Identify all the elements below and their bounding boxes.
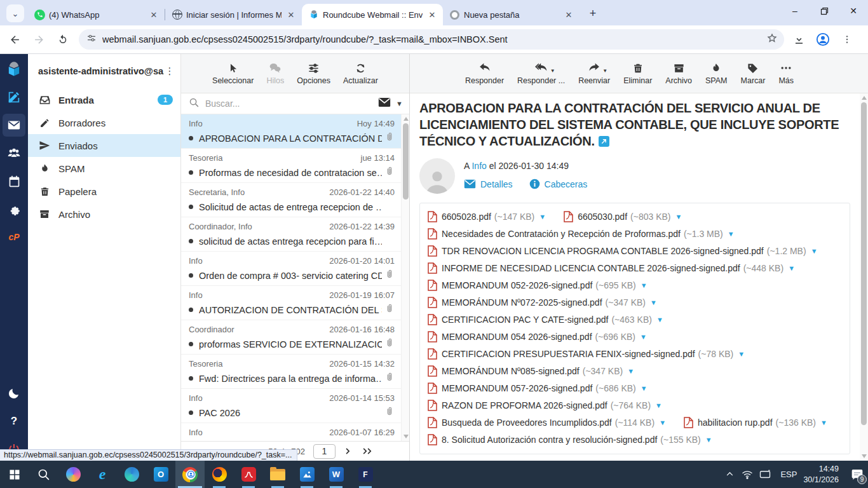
- photos-icon[interactable]: [292, 461, 322, 488]
- unread-dot-icon[interactable]: [189, 136, 193, 140]
- tab-close-icon[interactable]: ✕: [426, 9, 438, 20]
- clock[interactable]: 14:49 30/1/2026: [803, 464, 839, 485]
- attachment-menu-caret-icon[interactable]: ▼: [656, 316, 663, 323]
- search-input[interactable]: [205, 98, 378, 109]
- language-indicator[interactable]: ESP: [780, 470, 797, 479]
- attachment-menu-caret-icon[interactable]: ▼: [738, 350, 745, 358]
- unread-dot-icon[interactable]: [189, 170, 193, 175]
- mail-icon[interactable]: [3, 114, 25, 137]
- minimize-button[interactable]: –: [780, 0, 810, 22]
- search-scope-mail-icon[interactable]: [378, 97, 391, 110]
- archive-button[interactable]: Archivo: [663, 62, 695, 85]
- message-list-item[interactable]: Info 2026-01-19 16:07 AUTORIZACION DE CO…: [181, 286, 401, 320]
- attachment-item[interactable]: MEMORÁNDUM Nº085-signed.pdf (~347 KB) ▼: [428, 365, 634, 377]
- attachment-menu-caret-icon[interactable]: ▼: [705, 436, 712, 444]
- new-tab-button[interactable]: +: [585, 5, 601, 22]
- url-text[interactable]: webmail.sanjuan.gob.ec/cpsess0245002515/…: [102, 34, 766, 44]
- headers-link[interactable]: Cabeceras: [529, 179, 588, 189]
- tab-nueva-pestana[interactable]: Nueva pestaña ✕: [443, 4, 580, 25]
- attachment-menu-caret-icon[interactable]: ▼: [627, 367, 634, 375]
- attachment-item[interactable]: MEMORANDUM 057-2026-signed.pdf (~686 KB)…: [428, 383, 648, 394]
- tab-search-button[interactable]: ⌄: [6, 4, 24, 22]
- word-icon[interactable]: W: [322, 461, 351, 488]
- cpanel-icon[interactable]: cP: [3, 226, 25, 248]
- folder-enviados[interactable]: Enviados: [28, 134, 180, 157]
- restore-button[interactable]: [810, 0, 839, 22]
- search-options-chevron-icon[interactable]: ▼: [396, 100, 403, 107]
- unread-dot-icon[interactable]: [189, 205, 193, 209]
- attachment-item[interactable]: TDR RENOVACION LICENCIA PROGRAMA CONTABL…: [428, 245, 818, 257]
- unread-dot-icon[interactable]: [189, 273, 193, 278]
- attachment-item[interactable]: CERTIFICACION PAC Y CATE-signed.pdf (~46…: [428, 314, 663, 325]
- attachment-item[interactable]: 8. Solicitud Autorización contra y resol…: [428, 434, 712, 445]
- attachment-item[interactable]: RAZON DE PROFORMA 2026-signed.pdf (~764 …: [428, 400, 662, 411]
- folder-papelera[interactable]: Papelera: [28, 180, 180, 203]
- bookmark-star-icon[interactable]: [766, 32, 778, 46]
- start-button[interactable]: [0, 461, 29, 488]
- notification-center-icon[interactable]: 9: [846, 461, 868, 488]
- attachment-item[interactable]: MEMORÁNDUM Nº072-2025-signed.pdf (~347 K…: [428, 297, 657, 308]
- reload-icon[interactable]: [53, 30, 72, 49]
- fenix-app-icon[interactable]: F: [351, 461, 380, 488]
- internet-explorer-icon[interactable]: e: [88, 461, 117, 488]
- account-menu-icon[interactable]: ⋮: [164, 65, 175, 77]
- message-list-item[interactable]: Info 2026-01-07 16:29: [181, 423, 401, 441]
- options-button[interactable]: Opciones: [294, 62, 333, 85]
- message-list-item[interactable]: Coordinador, Info 2026-01-22 14:39 solic…: [181, 217, 401, 252]
- outlook-icon[interactable]: O: [146, 461, 175, 488]
- message-list-item[interactable]: Coordinador 2026-01-16 16:48 proformas S…: [181, 320, 401, 355]
- unread-dot-icon[interactable]: [189, 410, 193, 415]
- reading-pane-scrollbar[interactable]: [860, 93, 868, 461]
- attachment-menu-caret-icon[interactable]: ▼: [811, 247, 818, 255]
- attachment-menu-caret-icon[interactable]: ▼: [641, 384, 648, 392]
- attachment-menu-caret-icon[interactable]: ▼: [728, 230, 735, 238]
- downloads-icon[interactable]: [789, 30, 808, 49]
- copilot-icon[interactable]: [58, 461, 88, 488]
- forward-button[interactable]: ▼ Reenviar: [576, 62, 613, 85]
- attachment-menu-caret-icon[interactable]: ▼: [655, 402, 662, 409]
- firefox-icon[interactable]: [205, 461, 234, 488]
- tab-close-icon[interactable]: ✕: [285, 9, 297, 20]
- back-icon[interactable]: [5, 30, 24, 49]
- attachment-item[interactable]: CERTIFICACION PRESUPUESTARIA FENIX-signe…: [428, 348, 745, 360]
- attachment-menu-caret-icon[interactable]: ▼: [820, 419, 827, 426]
- unread-dot-icon[interactable]: [189, 376, 193, 381]
- message-list-item[interactable]: Tesoreria 2026-01-15 14:32 Fwd: Directri…: [181, 355, 401, 389]
- edge-icon[interactable]: [117, 461, 146, 488]
- compose-icon[interactable]: [3, 86, 25, 109]
- file-explorer-icon[interactable]: [263, 461, 292, 488]
- site-info-icon[interactable]: [86, 33, 97, 46]
- more-button[interactable]: Más: [776, 62, 796, 85]
- acrobat-icon[interactable]: [234, 461, 263, 488]
- select-button[interactable]: Seleccionar: [210, 62, 256, 85]
- tab-roundcube-active[interactable]: Roundcube Webmail :: Enviado ✕: [302, 4, 443, 25]
- attachment-menu-caret-icon[interactable]: ▼: [641, 281, 648, 289]
- tray-chevron-icon[interactable]: [721, 470, 738, 478]
- attachment-menu-caret-icon[interactable]: ▼: [675, 213, 682, 220]
- message-list-item[interactable]: Secretaria, Info 2026-01-22 14:40 Solici…: [181, 183, 401, 217]
- attachment-item[interactable]: habilitacion rup.pdf (~136 KB) ▼: [684, 417, 827, 428]
- unread-dot-icon[interactable]: [189, 342, 193, 346]
- attachment-item[interactable]: MEMORANDUM 054 2026-signed.pdf (~696 KB)…: [428, 331, 647, 342]
- help-icon[interactable]: ?: [3, 410, 25, 433]
- unread-dot-icon[interactable]: [189, 239, 193, 243]
- next-page-icon[interactable]: [344, 447, 353, 456]
- unread-dot-icon[interactable]: [189, 308, 193, 312]
- attachment-item[interactable]: Busqueda de Proveedores Incumplidos.pdf …: [428, 417, 666, 428]
- message-list-item[interactable]: Info 2026-01-14 15:53 PAC 2026: [181, 389, 401, 423]
- wifi-icon[interactable]: [738, 469, 756, 480]
- forward-icon[interactable]: [29, 30, 48, 49]
- browser-menu-icon[interactable]: [837, 30, 857, 49]
- list-scrollbar[interactable]: [401, 114, 409, 441]
- display-cast-icon[interactable]: [756, 470, 774, 480]
- delete-button[interactable]: Eliminar: [621, 62, 654, 85]
- settings-gear-icon[interactable]: [3, 198, 25, 220]
- page-number-box[interactable]: 1: [313, 444, 336, 459]
- attachment-menu-caret-icon[interactable]: ▼: [539, 213, 546, 220]
- calendar-icon[interactable]: [3, 170, 25, 193]
- tab-close-icon[interactable]: ✕: [563, 9, 574, 20]
- close-button[interactable]: ✕: [839, 0, 868, 22]
- details-link[interactable]: Detalles: [464, 179, 513, 189]
- reply-all-button[interactable]: ▼ Responder ...: [515, 62, 567, 85]
- recipient-link[interactable]: Info: [471, 161, 486, 171]
